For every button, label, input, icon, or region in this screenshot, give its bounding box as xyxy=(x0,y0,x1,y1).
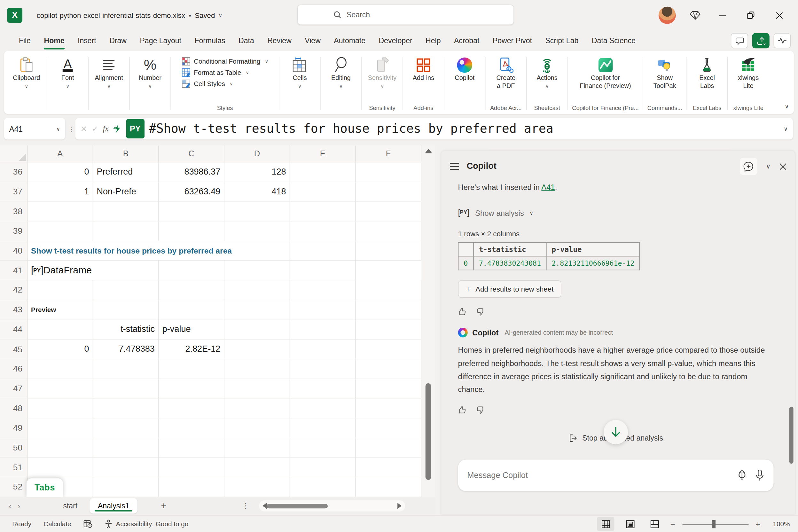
ribbon-tab-view[interactable]: View xyxy=(298,31,327,51)
spreadsheet-grid[interactable]: ABCDEF 360Preferred83986.37128371Non-Pre… xyxy=(0,146,421,497)
minimize-button[interactable] xyxy=(715,8,730,23)
cell[interactable] xyxy=(225,399,290,418)
cell[interactable] xyxy=(159,458,225,478)
cell[interactable] xyxy=(290,320,356,340)
cell[interactable] xyxy=(27,222,93,241)
cell-styles-button[interactable]: Cell Styles∨ xyxy=(182,79,268,88)
cell[interactable]: t-statistic xyxy=(93,320,158,340)
cell[interactable] xyxy=(225,300,290,320)
row-header-36[interactable]: 36 xyxy=(0,163,27,182)
ribbon-tab-data-science[interactable]: Data Science xyxy=(585,31,642,51)
cell[interactable] xyxy=(356,458,421,478)
row-header-44[interactable]: 44 xyxy=(0,320,27,340)
cell[interactable] xyxy=(290,379,356,399)
cell[interactable]: 2.82E-12 xyxy=(159,340,225,359)
actions-button[interactable]: Actions ∨ xyxy=(531,54,563,89)
zoom-out-button[interactable]: − xyxy=(670,519,675,529)
ribbon-tab-power-pivot[interactable]: Power Pivot xyxy=(486,31,539,51)
cell[interactable] xyxy=(290,241,356,261)
cell[interactable] xyxy=(290,182,356,202)
cell[interactable] xyxy=(225,340,290,359)
addins-button[interactable]: Add-ins xyxy=(407,54,440,82)
ribbon-tab-insert[interactable]: Insert xyxy=(71,31,102,51)
vertical-scrollbar[interactable] xyxy=(421,146,435,514)
zoom-in-button[interactable]: + xyxy=(756,519,760,529)
cell[interactable] xyxy=(225,418,290,438)
ribbon-tab-draw[interactable]: Draw xyxy=(102,31,133,51)
cell[interactable] xyxy=(159,280,225,300)
cell[interactable] xyxy=(93,477,158,497)
add-results-button[interactable]: + Add results to new sheet xyxy=(458,280,562,298)
column-headers[interactable]: ABCDEF xyxy=(0,146,421,163)
insert-function-icon[interactable]: fx xyxy=(103,124,109,133)
zoom-percentage[interactable]: 100% xyxy=(767,520,790,528)
cell[interactable] xyxy=(27,458,93,478)
column-header-A[interactable]: A xyxy=(27,146,93,162)
ribbon-tab-script-lab[interactable]: Script Lab xyxy=(539,31,585,51)
row-header-40[interactable]: 40 xyxy=(0,241,27,261)
ribbon-tab-help[interactable]: Help xyxy=(419,31,447,51)
cell[interactable] xyxy=(27,359,93,379)
cell[interactable] xyxy=(356,418,421,438)
formula-input[interactable]: ✕ ✓ fx PY #Show t-test results for house… xyxy=(75,118,793,139)
cell[interactable] xyxy=(225,280,290,300)
cell[interactable] xyxy=(290,163,356,182)
cell[interactable] xyxy=(159,418,225,438)
thumbs-down-icon[interactable] xyxy=(475,405,484,415)
clipboard-button[interactable]: Clipboard ∨ xyxy=(10,54,43,89)
cell[interactable] xyxy=(159,300,225,320)
cell[interactable] xyxy=(27,280,93,300)
message-input-field[interactable] xyxy=(467,471,729,480)
show-analysis-toggle[interactable]: [PY] Show analysis ∨ xyxy=(458,208,778,217)
number-button[interactable]: % Number ∨ xyxy=(134,54,167,89)
cell[interactable] xyxy=(290,202,356,222)
cell[interactable] xyxy=(290,300,356,320)
vertical-scroll-thumb[interactable] xyxy=(425,383,431,480)
cell[interactable] xyxy=(290,222,356,241)
cell[interactable] xyxy=(290,340,356,359)
ribbon-tab-review[interactable]: Review xyxy=(261,31,298,51)
cell[interactable] xyxy=(356,182,421,202)
ribbon-tab-developer[interactable]: Developer xyxy=(372,31,419,51)
expand-formula-bar-icon[interactable]: ∨ xyxy=(781,125,788,132)
cell[interactable] xyxy=(159,379,225,399)
cell[interactable] xyxy=(27,418,93,438)
cell[interactable] xyxy=(225,379,290,399)
conditional-formatting-button[interactable]: Conditional Formatting∨ xyxy=(182,57,268,65)
pane-scroll-thumb[interactable] xyxy=(790,407,794,463)
cell[interactable] xyxy=(225,458,290,478)
cell[interactable] xyxy=(356,280,421,300)
cell[interactable] xyxy=(93,379,158,399)
sheet-list-icon[interactable]: ⋮ xyxy=(242,501,250,511)
cell-reference-link[interactable]: A41 xyxy=(541,183,555,191)
user-avatar[interactable] xyxy=(659,7,676,24)
cell[interactable] xyxy=(356,320,421,340)
close-pane-icon[interactable] xyxy=(779,163,787,170)
enter-icon[interactable]: ✓ xyxy=(92,124,98,133)
share-button[interactable] xyxy=(752,33,770,48)
cell[interactable] xyxy=(356,399,421,418)
cell[interactable]: Show t-test results for house prices by … xyxy=(27,241,290,261)
cell[interactable]: 0 xyxy=(27,340,93,359)
cell[interactable]: Preview xyxy=(27,300,93,320)
row-header-46[interactable]: 46 xyxy=(0,359,27,379)
row-header-48[interactable]: 48 xyxy=(0,399,27,418)
sheet-tab-analysis1[interactable]: Analysis1 xyxy=(90,498,137,513)
search-input[interactable]: Search xyxy=(297,4,514,25)
cell[interactable] xyxy=(93,280,158,300)
copilot-button[interactable]: Copilot xyxy=(448,54,481,82)
select-all-corner[interactable] xyxy=(0,146,27,162)
column-header-D[interactable]: D xyxy=(225,146,290,162)
row-header-52[interactable]: 52 xyxy=(0,477,27,497)
thumbs-up-icon[interactable] xyxy=(458,405,468,415)
cell[interactable] xyxy=(159,261,225,281)
cell[interactable]: [PY]DataFrame xyxy=(27,261,159,281)
cell[interactable]: 83986.37 xyxy=(159,163,225,182)
excel-labs-button[interactable]: ExcelLabs xyxy=(691,54,723,90)
column-header-C[interactable]: C xyxy=(159,146,225,162)
hamburger-menu-icon[interactable] xyxy=(450,163,460,170)
cell[interactable] xyxy=(290,399,356,418)
thumbs-down-icon[interactable] xyxy=(475,307,484,317)
ribbon-tab-home[interactable]: Home xyxy=(37,31,71,51)
cell[interactable] xyxy=(159,359,225,379)
